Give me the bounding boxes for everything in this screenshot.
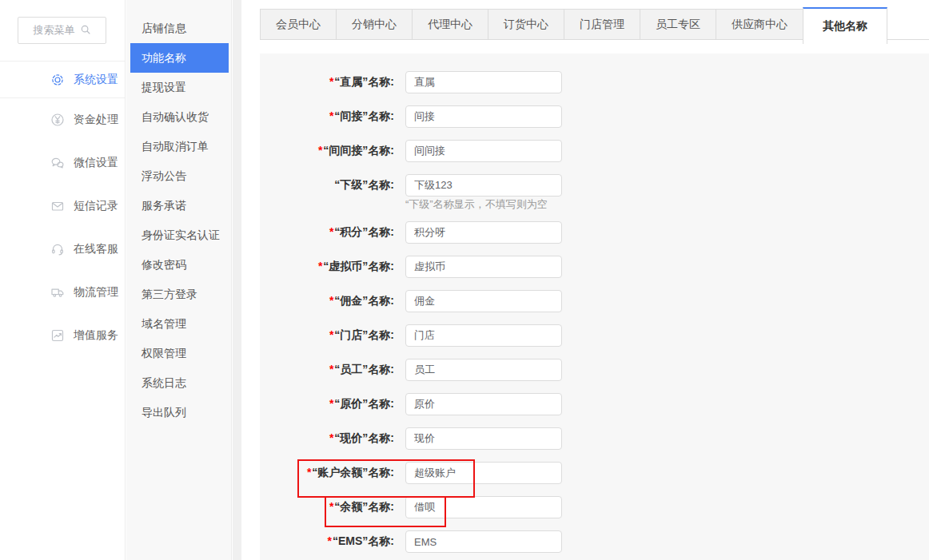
tab[interactable]: 供应商中心: [716, 9, 803, 40]
field-label: *“员工”名称:: [260, 363, 394, 377]
sidebar-item-label: 资金处理: [74, 113, 118, 127]
field-input[interactable]: [405, 105, 562, 128]
required-asterisk: *: [329, 225, 333, 238]
field-input[interactable]: [405, 140, 562, 162]
required-asterisk: *: [307, 466, 311, 479]
required-asterisk: *: [329, 500, 333, 513]
field-label: *“间接”名称:: [260, 109, 394, 124]
form-row: *“账户余额”名称:: [260, 462, 562, 484]
field-input[interactable]: [405, 256, 562, 278]
required-asterisk: *: [329, 363, 333, 375]
sidebar-item-label: 微信设置: [74, 156, 118, 170]
field-hint: “下级”名称显示，不填写则为空: [405, 197, 548, 212]
tab[interactable]: 其他名称: [803, 7, 887, 44]
sidebar-item-label: 短信记录: [74, 199, 118, 213]
wechat-icon: [50, 156, 65, 170]
primary-sidebar: 搜索菜单 系统设置 资金处理 微信设置 短信记录 在线客服 物流管理 增值服务: [0, 0, 126, 560]
form-row: *“原价”名称:: [260, 393, 562, 415]
sidebar-item[interactable]: 物流管理: [0, 271, 125, 314]
tab[interactable]: 员工专区: [640, 9, 716, 40]
submenu-item[interactable]: 系统日志: [126, 368, 231, 398]
submenu-item[interactable]: 提现设置: [126, 73, 231, 102]
required-asterisk: *: [329, 109, 333, 122]
submenu-item[interactable]: 身份证实名认证: [126, 220, 231, 250]
yuan-circle-icon: [50, 113, 65, 127]
headset-icon: [50, 242, 65, 256]
sidebar-item[interactable]: 增值服务: [0, 314, 125, 357]
submenu-item[interactable]: 自动取消订单: [126, 132, 231, 161]
submenu-item[interactable]: 店铺信息: [126, 14, 231, 43]
field-label: *“门店”名称:: [260, 328, 394, 343]
form-row: *“积分”名称:: [260, 221, 562, 244]
field-input[interactable]: [405, 427, 562, 450]
truck-icon: [50, 285, 65, 300]
field-input[interactable]: [405, 174, 562, 197]
sidebar-item[interactable]: 微信设置: [0, 141, 125, 185]
field-input[interactable]: [405, 71, 562, 93]
sidebar-item[interactable]: 系统设置: [0, 62, 125, 98]
tab-bar-filler: [887, 7, 929, 40]
sidebar-item[interactable]: 短信记录: [0, 185, 125, 228]
required-asterisk: *: [329, 75, 333, 88]
field-input[interactable]: [405, 530, 562, 553]
submenu-item[interactable]: 功能名称: [130, 43, 229, 73]
settings-form: *“直属”名称: *“间接”名称: *“间间接”名称: *“下级”名称: “下级…: [260, 54, 929, 560]
envelope-icon: [50, 199, 65, 213]
field-input[interactable]: [405, 359, 562, 381]
sidebar-item[interactable]: 资金处理: [0, 98, 125, 141]
submenu-item[interactable]: 服务承诺: [126, 191, 231, 220]
sidebar-main-divider: [233, 0, 241, 560]
submenu-item[interactable]: 导出队列: [126, 398, 231, 427]
field-input[interactable]: [405, 221, 562, 244]
field-label: *“现价”名称:: [260, 431, 394, 446]
tab-bar: 会员中心分销中心代理中心订货中心门店管理员工专区供应商中心其他名称: [260, 7, 929, 40]
required-asterisk: *: [318, 260, 322, 272]
search-input[interactable]: 搜索菜单: [18, 17, 106, 44]
submenu-item[interactable]: 权限管理: [126, 339, 231, 368]
field-input[interactable]: [405, 290, 562, 312]
form-row: *“下级”名称:: [260, 174, 562, 197]
form-row: *“员工”名称:: [260, 359, 562, 381]
sidebar-item-label: 系统设置: [74, 73, 118, 87]
secondary-sidebar: 店铺信息功能名称提现设置自动确认收货自动取消订单浮动公告服务承诺身份证实名认证修…: [126, 0, 232, 560]
field-input[interactable]: [405, 393, 562, 415]
search-icon: [80, 24, 91, 38]
submenu-item[interactable]: 浮动公告: [126, 161, 231, 191]
submenu-item[interactable]: 修改密码: [126, 250, 231, 280]
field-label: *“间间接”名称:: [260, 144, 394, 158]
field-input[interactable]: [405, 462, 562, 484]
form-row: *“门店”名称:: [260, 324, 562, 347]
submenu-item[interactable]: 域名管理: [126, 309, 231, 339]
form-row: *“直属”名称:: [260, 71, 562, 93]
form-row: *“EMS”名称:: [260, 530, 562, 553]
submenu-item[interactable]: 自动确认收货: [126, 102, 231, 132]
form-row: *“间接”名称:: [260, 105, 562, 128]
field-label: *“账户余额”名称:: [260, 466, 394, 480]
sidebar-item-label: 物流管理: [74, 285, 118, 300]
search-area: 搜索菜单: [0, 0, 125, 62]
tab[interactable]: 门店管理: [564, 9, 640, 40]
field-label: *“直属”名称:: [260, 75, 394, 89]
sidebar-item[interactable]: 在线客服: [0, 228, 125, 271]
field-label: *“积分”名称:: [260, 225, 394, 240]
field-label: *“原价”名称:: [260, 397, 394, 411]
field-label: *“下级”名称:: [260, 178, 394, 193]
trend-chart-icon: [50, 328, 65, 343]
field-label: *“余额”名称:: [260, 500, 394, 514]
tab[interactable]: 会员中心: [260, 9, 337, 40]
field-input[interactable]: [405, 496, 562, 518]
sidebar-item-label: 在线客服: [74, 242, 118, 256]
form-row: *“现价”名称:: [260, 427, 562, 450]
tab[interactable]: 订货中心: [488, 9, 564, 40]
form-row: *“间间接”名称:: [260, 140, 562, 162]
form-row: *“余额”名称:: [260, 496, 562, 518]
submenu-item[interactable]: 第三方登录: [126, 280, 231, 309]
required-asterisk: *: [318, 144, 322, 157]
tab[interactable]: 分销中心: [336, 9, 413, 40]
required-asterisk: *: [329, 431, 333, 444]
tab[interactable]: 代理中心: [412, 9, 488, 40]
field-input[interactable]: [405, 324, 562, 347]
form-row: *“佣金”名称:: [260, 290, 562, 312]
field-label: *“虚拟币”名称:: [260, 260, 394, 274]
field-label: *“佣金”名称:: [260, 294, 394, 308]
